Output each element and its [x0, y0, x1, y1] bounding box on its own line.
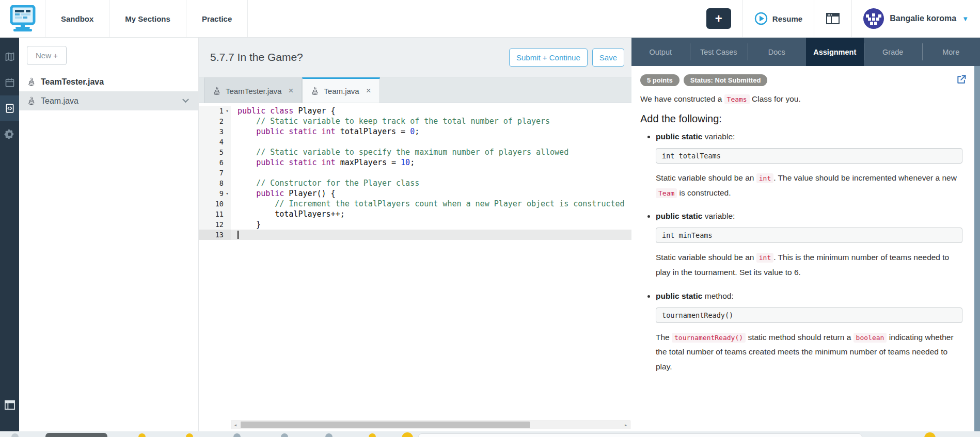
save-button[interactable]: Save — [592, 48, 624, 67]
monitor-logo-icon — [8, 5, 37, 32]
tab-more[interactable]: More — [922, 38, 980, 66]
java-file-icon — [27, 96, 36, 105]
code-line[interactable]: 9▾ public Player() { — [199, 188, 631, 199]
scroll-right-arrow[interactable]: ▸ — [622, 422, 630, 428]
file-row[interactable]: TeamTester.java — [19, 72, 198, 91]
code-line[interactable]: 3 public static int totalPlayers = 0; — [199, 126, 631, 137]
code-text: // Increment the totalPlayers count when… — [231, 199, 631, 209]
code-line[interactable]: 5 // Static variable to specify the maxi… — [199, 147, 631, 157]
java-file-icon — [311, 87, 319, 95]
tab-assignment[interactable]: Assignment — [806, 38, 864, 66]
nav-right-group: + Resume Bangalie — [706, 0, 980, 37]
fold-arrow-icon — [224, 230, 231, 240]
new-file-button[interactable]: New + — [27, 46, 67, 65]
code-text — [231, 168, 631, 178]
code-line[interactable]: 7 — [199, 168, 631, 178]
scrollbar-thumb[interactable] — [241, 422, 530, 428]
tab-test-cases[interactable]: Test Cases — [690, 38, 748, 66]
user-menu[interactable]: Bangalie koroma ▼ — [863, 8, 969, 29]
codehs-logo[interactable] — [0, 0, 45, 37]
code-lines: 1▾public class Player {2 // Static varia… — [199, 106, 631, 240]
horizontal-scrollbar[interactable]: ◂ ▸ — [231, 420, 630, 429]
status-badge: Status: Not Submitted — [684, 74, 768, 86]
code-line[interactable]: 8 // Constructor for the Player class — [199, 178, 631, 188]
fold-arrow-icon[interactable]: ▾ — [224, 188, 231, 199]
right-panel-scrollbar[interactable] — [974, 66, 980, 431]
code-line[interactable]: 12 } — [199, 219, 631, 230]
open-external-button[interactable] — [956, 74, 967, 87]
line-number: 7 — [199, 168, 224, 178]
fold-arrow-icon[interactable]: ▾ — [224, 106, 231, 116]
avatar — [863, 8, 884, 29]
sections-window-button[interactable] — [826, 12, 840, 25]
requirement-item: public static variable:int totalTeamsSta… — [656, 132, 962, 200]
rail-settings-gear-icon[interactable] — [0, 121, 19, 147]
taskbar-icon — [924, 432, 936, 437]
code-line[interactable]: 10 // Increment the totalPlayers count w… — [199, 199, 631, 209]
scroll-left-arrow[interactable]: ◂ — [231, 422, 240, 428]
line-number: 8 — [199, 178, 224, 188]
code-line[interactable]: 6 public static int maxPlayers = 10; — [199, 157, 631, 168]
inline-code-chip: int — [756, 173, 773, 183]
code-editor[interactable]: 1▾public class Player {2 // Static varia… — [199, 103, 631, 431]
code-line[interactable]: 13 — [199, 230, 631, 240]
tab-output[interactable]: Output — [631, 38, 690, 66]
code-line[interactable]: 2 // Static variable to keep track of th… — [199, 116, 631, 126]
taskbar-icon — [369, 433, 376, 437]
divider — [851, 0, 852, 37]
code-text — [231, 137, 631, 147]
code-line[interactable]: 11 totalPlayers++; — [199, 209, 631, 219]
requirement-code-box: tournamentReady() — [656, 307, 962, 323]
fold-arrow-icon — [224, 126, 231, 137]
tab-grade[interactable]: Grade — [864, 38, 922, 66]
code-text: public static int totalPlayers = 0; — [231, 126, 631, 137]
chevron-down-icon[interactable] — [182, 96, 189, 103]
editor-panel: 5.7.7 In the Game? Submit + Continue Sav… — [199, 38, 631, 431]
window-icon — [826, 12, 840, 25]
fold-arrow-icon — [224, 157, 231, 168]
resume-button[interactable]: Resume — [754, 12, 802, 25]
line-number: 1 — [199, 106, 224, 116]
add-button[interactable]: + — [706, 8, 731, 29]
nav-item-practice[interactable]: Practice — [186, 0, 248, 37]
requirement-description: Static variable should be an int. This i… — [656, 250, 962, 280]
requirement-code-box: int minTeams — [656, 228, 962, 243]
code-text: public Player() { — [231, 188, 631, 199]
assignment-intro: We have constructed a Teams Class for yo… — [640, 94, 962, 104]
submit-continue-button[interactable]: Submit + Continue — [509, 48, 588, 67]
taskbar-icon — [186, 433, 193, 437]
rail-code-files-icon[interactable] — [0, 95, 19, 121]
taskbar-icon — [281, 433, 288, 437]
code-line[interactable]: 1▾public class Player { — [199, 106, 631, 116]
line-number: 13 — [199, 230, 224, 240]
fold-arrow-icon — [224, 219, 231, 230]
code-text: } — [231, 219, 631, 230]
code-line[interactable]: 4 — [199, 137, 631, 147]
rail-map-icon[interactable] — [0, 44, 19, 70]
assignment-heading: Add the following: — [640, 113, 962, 125]
requirement-item: public static method:tournamentReady()Th… — [656, 292, 962, 375]
editor-tab[interactable]: Team.java× — [302, 77, 380, 103]
requirement-description: Static variable should be an int. The va… — [656, 171, 962, 200]
rail-layout-panel-icon[interactable] — [0, 392, 19, 418]
close-tab-icon[interactable]: × — [288, 86, 293, 96]
exercise-header: 5.7.7 In the Game? Submit + Continue Sav… — [199, 38, 631, 77]
code-text: totalPlayers++; — [231, 209, 631, 219]
fold-arrow-icon — [224, 137, 231, 147]
requirement-label: public static method: — [656, 292, 962, 301]
inline-code-chip: Team — [656, 188, 677, 198]
fold-arrow-icon — [224, 168, 231, 178]
nav-item-sandbox[interactable]: Sandbox — [45, 0, 109, 37]
java-file-icon — [27, 77, 36, 86]
code-text: public static int maxPlayers = 10; — [231, 157, 631, 168]
editor-tab[interactable]: TeamTester.java× — [204, 77, 302, 103]
requirement-label: public static variable: — [656, 212, 962, 221]
close-tab-icon[interactable]: × — [366, 86, 371, 96]
file-row[interactable]: Team.java — [19, 91, 198, 110]
nav-item-my-sections[interactable]: My Sections — [109, 0, 186, 37]
right-panel: OutputTest CasesDocsAssignmentGradeMore … — [631, 38, 980, 431]
taskbar-search — [418, 433, 862, 437]
tab-docs[interactable]: Docs — [748, 38, 806, 66]
rail-calendar-icon[interactable] — [0, 70, 19, 95]
line-number: 10 — [199, 199, 224, 209]
